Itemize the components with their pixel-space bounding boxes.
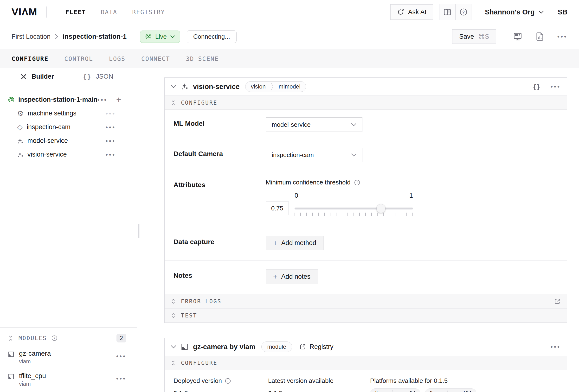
sparkles-icon bbox=[17, 151, 23, 158]
item-menu-icon[interactable]: ••• bbox=[106, 124, 116, 130]
slider-track[interactable] bbox=[294, 207, 413, 209]
collapse-card-icon[interactable] bbox=[171, 345, 176, 348]
ask-ai-label: Ask AI bbox=[408, 8, 427, 16]
json-toggle[interactable]: {} JSON bbox=[83, 73, 113, 80]
tab-connect[interactable]: CONNECT bbox=[141, 55, 170, 62]
tree-item-machine-settings[interactable]: ⚙ machine settings ••• bbox=[0, 107, 137, 120]
add-component-icon[interactable]: + bbox=[116, 95, 121, 104]
tab-3d-scene[interactable]: 3D SCENE bbox=[186, 55, 218, 62]
module-menu-icon[interactable]: ••• bbox=[116, 375, 126, 382]
book-icon bbox=[443, 8, 451, 16]
save-label: Save bbox=[459, 33, 474, 40]
module-item-tflite-cpu[interactable]: tflite_cpu viam ••• bbox=[8, 372, 126, 387]
configure-section-header[interactable]: CONFIGURE bbox=[165, 95, 567, 110]
tree-item-model-service[interactable]: model-service ••• bbox=[0, 134, 137, 148]
report-file-icon[interactable] bbox=[536, 32, 544, 41]
configure-label: CONFIGURE bbox=[181, 360, 217, 366]
tree-item-main-part[interactable]: inspection-station-1-main ••• + bbox=[0, 93, 137, 107]
resource-tree: inspection-station-1-main ••• + ⚙ machin… bbox=[0, 85, 137, 161]
slider-handle[interactable] bbox=[376, 204, 385, 213]
unfold-icon bbox=[171, 312, 176, 319]
collapse-icon[interactable] bbox=[8, 335, 13, 341]
latest-version-label: Latest version available bbox=[268, 377, 334, 385]
docs-button[interactable] bbox=[439, 4, 455, 20]
info-icon[interactable] bbox=[354, 179, 360, 186]
part-menu-icon[interactable]: ••• bbox=[97, 97, 108, 103]
chevron-down-icon bbox=[170, 35, 175, 38]
card-title: gz-camera by viam bbox=[193, 343, 256, 351]
tree-item-vision-service[interactable]: vision-service ••• bbox=[0, 148, 137, 161]
module-item-gz-camera[interactable]: gz-camera viam ••• bbox=[8, 350, 126, 365]
save-button[interactable]: Save ⌘S bbox=[452, 29, 496, 44]
add-notes-button[interactable]: + Add notes bbox=[266, 269, 318, 284]
threshold-input[interactable] bbox=[266, 201, 289, 215]
json-view-icon[interactable]: {} bbox=[533, 83, 540, 90]
registry-label: Registry bbox=[309, 343, 333, 351]
tab-control[interactable]: CONTROL bbox=[64, 55, 93, 62]
nav-icon-group: ? bbox=[439, 4, 471, 20]
more-actions-icon[interactable]: ••• bbox=[557, 33, 568, 40]
part-name: inspection-station-1-main bbox=[18, 96, 97, 103]
module-icon bbox=[8, 374, 14, 380]
viam-logo[interactable]: VIΛM bbox=[11, 6, 37, 18]
threshold-label: Minimum confidence threshold bbox=[266, 179, 351, 186]
machine-bar: First Location inspection-station-1 Live… bbox=[0, 24, 579, 49]
org-switcher[interactable]: Shannon's Org bbox=[485, 8, 544, 16]
card-menu-icon[interactable]: ••• bbox=[551, 344, 561, 350]
gz-camera-module-card: gz-camera by viam module Registry ••• bbox=[164, 338, 567, 392]
ml-model-label: ML Model bbox=[173, 117, 266, 132]
tree-item-label: inspection-cam bbox=[27, 123, 71, 131]
control-monitor-icon[interactable] bbox=[513, 32, 522, 41]
json-label: JSON bbox=[96, 73, 113, 80]
ask-ai-button[interactable]: Ask AI bbox=[390, 4, 433, 20]
ask-ai-icon bbox=[397, 8, 405, 16]
info-icon[interactable] bbox=[225, 378, 231, 384]
configure-section-header[interactable]: CONFIGURE bbox=[165, 356, 567, 370]
registry-link[interactable]: Registry bbox=[299, 343, 333, 351]
help-icon[interactable]: ? bbox=[51, 335, 58, 341]
tab-logs[interactable]: LOGS bbox=[109, 55, 125, 62]
nav-tab-fleet[interactable]: FLEET bbox=[66, 9, 86, 16]
tree-item-inspection-cam[interactable]: ◇ inspection-cam ••• bbox=[0, 120, 137, 134]
nav-tab-registry[interactable]: REGISTRY bbox=[132, 9, 165, 16]
platform-arch: arm64 bbox=[394, 389, 420, 392]
error-logs-section-header[interactable]: ERROR LOGS bbox=[165, 294, 567, 308]
help-button[interactable]: ? bbox=[455, 4, 471, 20]
test-section-header[interactable]: TEST bbox=[165, 308, 567, 323]
error-logs-label: ERROR LOGS bbox=[181, 298, 221, 305]
connecting-button[interactable]: Connecting... bbox=[187, 30, 236, 43]
deployed-version-value: 0.1.5 bbox=[173, 390, 268, 392]
model-tag: mlmodel bbox=[273, 81, 306, 92]
unfold-icon bbox=[171, 298, 176, 305]
breadcrumb-location[interactable]: First Location bbox=[11, 33, 51, 40]
module-name: gz-camera bbox=[19, 350, 51, 357]
item-menu-icon[interactable]: ••• bbox=[106, 110, 116, 117]
default-camera-value: inspection-cam bbox=[272, 151, 314, 159]
chevron-down-icon bbox=[539, 10, 544, 14]
open-logs-external-icon[interactable] bbox=[554, 298, 561, 305]
threshold-slider[interactable]: 0 1 bbox=[294, 192, 413, 216]
default-camera-select[interactable]: inspection-cam bbox=[266, 148, 362, 162]
item-menu-icon[interactable]: ••• bbox=[106, 138, 116, 144]
collapse-card-icon[interactable] bbox=[171, 85, 176, 88]
sidebar-resize-handle[interactable] bbox=[138, 224, 140, 238]
card-menu-icon[interactable]: ••• bbox=[551, 83, 561, 90]
builder-toggle[interactable]: Builder bbox=[20, 73, 54, 80]
modules-count-badge: 2 bbox=[117, 334, 126, 342]
live-status-dropdown[interactable]: Live bbox=[140, 31, 180, 43]
platform-pill-linux-arm64: linux arm64 bbox=[370, 389, 420, 392]
module-icon bbox=[8, 351, 14, 357]
item-menu-icon[interactable]: ••• bbox=[106, 151, 116, 158]
sparkles-icon bbox=[181, 83, 188, 90]
plus-icon: + bbox=[273, 273, 278, 280]
add-method-button[interactable]: + Add method bbox=[266, 236, 324, 250]
tab-configure[interactable]: CONFIGURE bbox=[11, 55, 48, 62]
configure-label: CONFIGURE bbox=[181, 100, 217, 106]
builder-label: Builder bbox=[32, 73, 54, 80]
module-menu-icon[interactable]: ••• bbox=[116, 353, 126, 359]
nav-tab-data[interactable]: DATA bbox=[101, 9, 117, 16]
avatar[interactable]: SB bbox=[558, 8, 568, 16]
ml-model-value: model-service bbox=[272, 121, 311, 129]
svg-text:?: ? bbox=[53, 336, 55, 340]
ml-model-select[interactable]: model-service bbox=[266, 117, 362, 132]
